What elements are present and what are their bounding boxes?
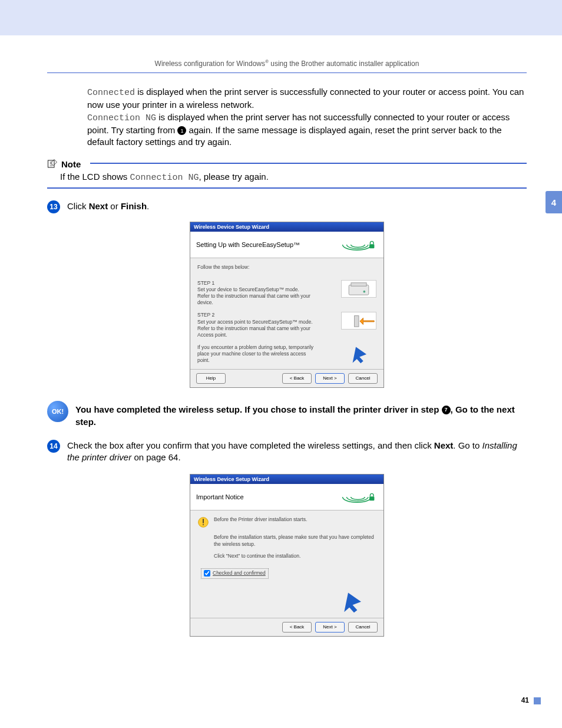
wizard2-heading: Important Notice: [196, 493, 244, 500]
note-text: If the LCD shows Connection NG, please t…: [60, 172, 527, 183]
note-block: Note If the LCD shows Connection NG, ple…: [47, 159, 527, 189]
step14-a: Check the box after you confirm that you…: [67, 440, 434, 450]
cursor-arrow-icon: [341, 344, 376, 365]
printer-icon: [341, 280, 376, 298]
step14-next: Next: [434, 440, 454, 450]
wizard2-checkbox[interactable]: [204, 570, 210, 577]
note-rule-top: [90, 163, 527, 164]
wizard1-back-button[interactable]: < Back: [282, 373, 312, 384]
wizard1-step2-row: STEP 2 Set your access point to SecureEa…: [197, 312, 376, 338]
note-text-a: If the LCD shows: [60, 172, 130, 182]
wizard1-step1-text: STEP 1 Set your device to SecureEasySetu…: [197, 280, 319, 306]
ok-text-a: You have completed the wireless setup. I…: [75, 404, 442, 414]
top-band: [0, 0, 562, 35]
w1-step1-a: Set your device to SecureEasySetup™ mode…: [197, 286, 319, 293]
wizard1-footer: Help < Back Next > Cancel: [190, 369, 384, 387]
wizard1-help-button[interactable]: Help: [196, 373, 226, 384]
wizard1-step1-row: STEP 1 Set your device to SecureEasySetu…: [197, 280, 376, 306]
pencil-note-icon: [47, 159, 58, 169]
code-connected: Connected: [87, 88, 135, 98]
step-13-badge: 13: [47, 200, 60, 213]
wizard2-line3: Click "Next" to continue the installatio…: [214, 553, 376, 560]
wizard1-trouble-row: If you encounter a problem during setup,…: [197, 344, 376, 365]
wizard2-next-button[interactable]: Next >: [315, 622, 345, 633]
page-content: Wireless configuration for Windows® usin…: [0, 35, 562, 637]
svg-rect-3: [351, 283, 366, 286]
wizard1-follow: Follow the steps below:: [197, 264, 376, 271]
paragraph-connected: Connected is displayed when the print se…: [87, 86, 527, 111]
wizard-2: Wireless Device Setup Wizard Important N…: [190, 474, 384, 637]
warning-icon: [197, 516, 209, 528]
step13-finish: Finish: [121, 201, 147, 211]
ok-row: OK! You have completed the wireless setu…: [47, 401, 527, 428]
running-head-pre: Wireless configuration for Windows: [155, 60, 265, 68]
step-13-text: Click Next or Finish.: [67, 200, 149, 212]
wizard1-header: Setting Up with SecureEasySetup™: [190, 232, 384, 258]
w1-step1-h: STEP 1: [197, 280, 319, 286]
step-13-row: 13 Click Next or Finish.: [47, 200, 527, 213]
ref-step-1-icon: 1: [177, 126, 186, 135]
wizard2-back-button[interactable]: < Back: [282, 622, 312, 633]
ref-step-7-icon: 7: [442, 406, 451, 414]
wizard2-checkbox-row[interactable]: Checked and confirmed: [201, 568, 269, 579]
svg-rect-9: [203, 525, 204, 526]
cursor-arrow-icon: [339, 589, 365, 615]
note-rule-bottom: [47, 187, 527, 189]
secure-easy-setup-logo-icon: [336, 238, 378, 252]
wizard2-titlebar: Wireless Device Setup Wizard: [190, 475, 384, 484]
wizard2-footer: < Back Next > Cancel: [190, 618, 384, 636]
running-head: Wireless configuration for Windows® usin…: [47, 59, 527, 68]
paragraph-connection-ng: Connection NG is displayed when the prin…: [87, 111, 527, 149]
wizard2-cancel-button[interactable]: Cancel: [348, 622, 378, 633]
w1-step2-b: Refer to the instruction manual that cam…: [197, 325, 319, 338]
ok-text: You have completed the wireless setup. I…: [75, 401, 527, 428]
wizard1-trouble-text: If you encounter a problem during setup,…: [197, 344, 319, 364]
wizard1-titlebar: Wireless Device Setup Wizard: [190, 222, 384, 232]
wizard2-header: Important Notice: [190, 484, 384, 510]
svg-rect-8: [203, 519, 204, 523]
wizard-1: Wireless Device Setup Wizard Setting Up …: [190, 222, 384, 387]
code-connection-ng: Connection NG: [87, 113, 156, 123]
wizard2-body: Before the Printer driver installation s…: [190, 510, 384, 618]
svg-rect-1: [369, 245, 374, 249]
wizard2-cursor-container: [197, 584, 376, 613]
chapter-tab: 4: [546, 191, 562, 213]
wizard1-heading: Setting Up with SecureEasySetup™: [196, 241, 300, 248]
running-head-post: using the Brother automatic installer ap…: [269, 60, 419, 68]
step-14-badge: 14: [47, 440, 60, 453]
step14-b: . Go to: [453, 440, 482, 450]
w1-step2-h: STEP 2: [197, 312, 319, 318]
para1-text: is displayed when the print server is su…: [87, 87, 524, 110]
step-14-text: Check the box after you confirm that you…: [67, 440, 527, 464]
step13-mid: or: [108, 201, 121, 211]
access-point-icon: [341, 312, 376, 330]
svg-rect-6: [369, 496, 374, 500]
wizard1-cancel-button[interactable]: Cancel: [348, 373, 378, 384]
note-label: Note: [61, 159, 81, 169]
note-text-b: , please try again.: [199, 172, 268, 182]
wizard2-line1: Before the Printer driver installation s…: [214, 516, 307, 523]
w1-step2-a: Set your access point to SecureEasySetup…: [197, 319, 319, 325]
step13-post: .: [147, 201, 149, 211]
page-accent: [534, 697, 541, 704]
wizard1-next-button[interactable]: Next >: [315, 373, 345, 384]
wizard2-line2: Before the installation starts, please m…: [214, 534, 376, 548]
wizard2-checkbox-label: Checked and confirmed: [213, 570, 266, 577]
page-number: 41: [521, 696, 529, 704]
secure-easy-setup-logo-icon: [336, 490, 378, 504]
svg-rect-5: [355, 316, 359, 327]
step14-c: on page 64.: [131, 452, 180, 462]
step13-pre: Click: [67, 201, 89, 211]
header-rule: [47, 73, 527, 73]
note-code: Connection NG: [130, 173, 199, 183]
w1-step1-b: Refer to the instruction manual that cam…: [197, 293, 319, 306]
wizard1-step2-text: STEP 2 Set your access point to SecureEa…: [197, 312, 319, 338]
wizard2-info-row: Before the Printer driver installation s…: [197, 516, 376, 528]
note-header: Note: [47, 159, 527, 169]
wizard1-body: Follow the steps below: STEP 1 Set your …: [190, 258, 384, 368]
step-14-row: 14 Check the box after you confirm that …: [47, 440, 527, 464]
svg-point-4: [363, 291, 365, 293]
svg-rect-2: [349, 285, 369, 295]
step13-next: Next: [89, 201, 108, 211]
ok-badge: OK!: [47, 401, 68, 422]
